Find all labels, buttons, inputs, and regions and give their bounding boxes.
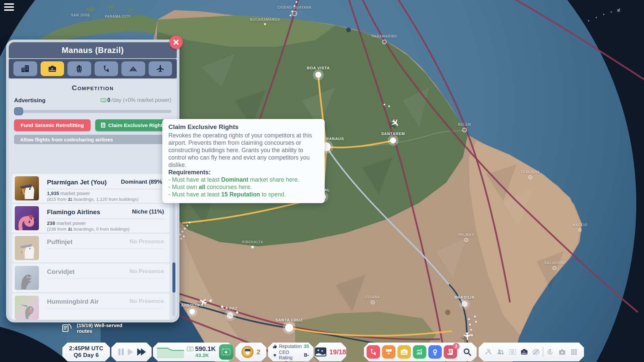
advertising-slider[interactable] [14,107,171,115]
clock-date: Q6 Day 6 [73,352,99,359]
scrollbar-thumb[interactable] [172,262,175,293]
airline-power: 1,935 market power [47,191,90,196]
airline-name: Ptarmigan Jet (You) [47,179,107,186]
tab-business[interactable] [41,61,64,76]
tooltip-title: Claim Exclusive Rights [168,123,319,131]
map-city-node[interactable] [264,23,266,25]
tooltip-requirement: - Must have at least Dominant market sha… [168,176,319,183]
claim-exclusive-rights-button[interactable]: Claim Exclusive Rights [95,119,172,131]
map-city-node[interactable] [382,40,386,44]
cash-icon [187,347,194,351]
demand-percent-toggle-icon[interactable]: % [484,347,494,357]
airline-row[interactable]: PuffinjetNo Presence [12,234,169,262]
fast-forward-icon[interactable] [137,348,145,356]
airline-row[interactable]: Flamingo AirlinesNiche (11%) 238 market … [12,204,169,233]
services-toggle-icon[interactable] [557,347,567,357]
aircraft-icon [156,64,165,73]
banknote-plane-icon [221,348,231,356]
passengers-icon [68,197,72,201]
map-city-node[interactable] [285,324,293,332]
map-city-node[interactable] [579,229,581,231]
play-icon[interactable] [128,349,133,355]
search-button[interactable] [461,346,473,358]
restart-toggle-icon[interactable]: R [545,347,555,357]
cash-value: 590.1K [195,346,216,352]
airline-row[interactable]: Ptarmigan Jet (You)Dominant (89%) 1,935 … [12,174,169,203]
slider-handle[interactable] [14,107,23,115]
hide-ui-toggle-icon[interactable] [531,347,541,357]
fleet-capacity-display[interactable]: 19/18 [315,343,346,361]
map-city-node[interactable] [371,301,374,304]
map-city-node[interactable] [292,11,297,16]
hamburger-menu-icon[interactable] [4,3,15,13]
economy-toggle-icon[interactable] [507,347,518,357]
airline-avatar [15,176,39,200]
routes-notification[interactable]: (15/19) Well-servedroutes [61,322,122,334]
population-toggle-icon[interactable] [495,347,505,357]
pause-icon[interactable] [118,349,124,355]
panel-tab-bar [9,59,177,78]
business-button[interactable] [397,345,411,359]
money-icon [101,98,106,102]
airline-avatar [15,296,39,320]
cash-delta: 43.2K [196,352,209,358]
notification-text: (15/19) Well-servedroutes [77,322,122,334]
codeshare-toggle-button[interactable]: Allow flights from codesharing airlines [14,135,171,144]
routes-button[interactable] [367,345,380,359]
airline-level-coin-icon [241,346,254,358]
star-icon: ★ [273,352,277,358]
tab-luggage[interactable] [67,61,91,76]
close-icon[interactable] [169,36,183,49]
airline-status: No Presence [129,268,164,276]
ideas-button[interactable] [428,345,442,359]
slider-track[interactable] [14,110,171,113]
map-city-node[interactable] [390,137,396,143]
money-display: 590.1K 43.2K [153,343,233,361]
game-screen: Boa VistaManausSantaremNatalBelemCiudad … [0,0,644,362]
airline-status: Dominant (89%) [121,179,164,186]
panel-title: Manaus (Brazil) [62,46,124,55]
panel-header: Manaus (Brazil) [9,42,177,58]
tab-concourse[interactable] [121,61,145,76]
fleet-capacity-value: 19/18 [329,348,346,356]
reputation-display[interactable]: Reputation35 ★CEO RatingB- [268,343,314,361]
tab-routes[interactable] [95,61,118,76]
tooltip-requirement: - Must have at least 15 Reputation to sp… [168,191,319,198]
airline-status: No Presence [129,298,164,305]
tooltip-requirements-label: Requirements: [168,169,319,176]
airline-status: Niche (11%) [132,208,164,216]
advertising-value: 0/day (+0% market power) [101,97,171,103]
svg-text:R: R [549,350,552,354]
airline-level-value: 2 [257,348,261,356]
tab-buildings[interactable] [13,61,37,76]
luggage-icon [75,64,84,73]
map-city-node[interactable] [251,246,254,248]
map-city-node[interactable] [227,312,233,319]
airline-row[interactable]: Hummingbird AirNo Presence [12,293,169,320]
tooltip-body: Revokes the operating rights of your com… [168,132,319,169]
airline-name: Puffinjet [47,238,72,246]
tab-aircraft[interactable] [149,61,172,76]
business-layer-toggle-icon[interactable] [519,347,529,357]
stats-button[interactable] [413,345,426,359]
news-badge: 2 [453,343,460,350]
finances-button[interactable] [219,344,233,360]
airline-row[interactable]: CorvidjetNo Presence [12,263,169,292]
map-city-node[interactable] [553,266,556,270]
fund-seismic-button[interactable]: Fund Seismic Retrofitting [14,119,91,131]
airline-name: Flamingo Airlines [47,208,100,216]
map-city-node[interactable] [529,176,532,179]
news-button[interactable]: 2 [444,345,457,359]
contract-icon [101,123,105,128]
airline-breakdown: (815 fromboardings, 1,120 from buildings… [47,197,139,202]
market-button[interactable] [382,345,395,359]
map-city-node[interactable] [463,128,467,132]
map-city-node[interactable] [315,72,321,78]
airline-level-display[interactable]: 2 [235,343,266,361]
advertising-label: Advertising [14,97,46,104]
map-city-node[interactable] [465,238,468,242]
timeline-toggle-icon[interactable] [569,347,579,357]
map-city-node[interactable] [190,309,195,314]
cash-trend-sparkline [157,345,184,359]
map-city-node[interactable] [462,301,468,307]
